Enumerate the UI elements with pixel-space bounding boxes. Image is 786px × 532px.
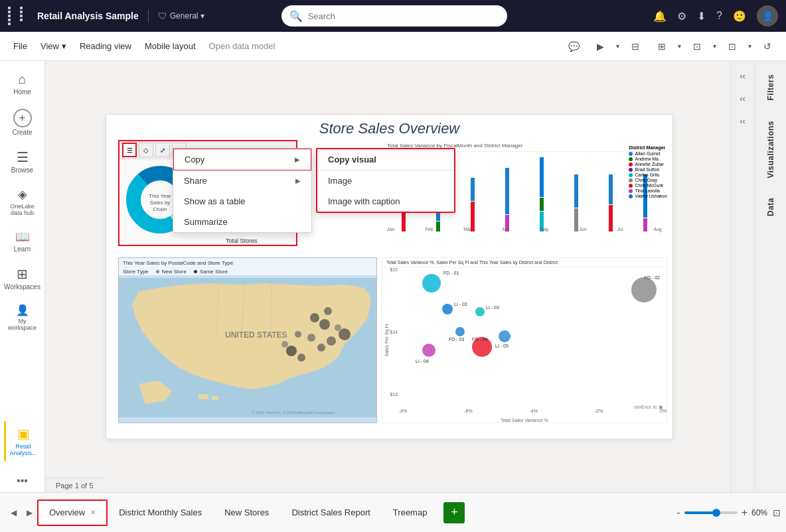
sidebar-item-more[interactable]: ••• (4, 470, 41, 492)
fit-icon[interactable]: ⊡ (722, 36, 743, 57)
svg-text:UNITED STATES: UNITED STATES (225, 330, 287, 340)
scatter-dot-fd02 (631, 277, 657, 302)
visual-expand-btn[interactable]: ⤢ (155, 143, 170, 157)
fit-page-icon[interactable]: ⊡ (773, 507, 781, 518)
sidebar-item-onelake[interactable]: ◈ OneLake data hub (4, 182, 41, 222)
tab-treemap[interactable]: Treemap (382, 499, 439, 526)
svg-rect-7 (198, 394, 208, 399)
context-menu: Copy ▶ Share ▶ Show as a table Summarize (173, 148, 312, 233)
right-panel-labels: Filters Visualizations Data (754, 61, 786, 492)
comment-icon[interactable]: 💬 (563, 36, 584, 57)
sidebar-item-retail[interactable]: ▣ Retail Analysis... (4, 421, 41, 462)
toolbar: File View ▾ Reading view Mobile layout O… (0, 32, 786, 61)
zoom-plus-btn[interactable]: + (742, 507, 747, 519)
svg-text:This Year: This Year (149, 193, 171, 199)
zoom-minus-btn[interactable]: - (676, 507, 680, 519)
svg-point-15 (295, 331, 301, 338)
tab-new-stores[interactable]: New Stores (213, 499, 280, 526)
search-box[interactable]: 🔍 (281, 5, 507, 27)
ctx-share-item[interactable]: Share ▶ (173, 170, 311, 191)
ctx-image-item[interactable]: Image (317, 170, 454, 191)
refresh-icon[interactable]: ↺ (757, 36, 778, 57)
ctx-summarize-item[interactable]: Summarize (173, 212, 311, 232)
ctx-copy-item[interactable]: Copy ▶ (173, 149, 311, 170)
scatter-chart-content: $15 $14 $13 -8% -6% -4% -2% 0% (382, 267, 667, 413)
visualizations-label[interactable]: Visualizations (766, 121, 775, 178)
open-data-model-btn[interactable]: Open data model (204, 38, 281, 54)
ctx-show-table-item[interactable]: Show as a table (173, 191, 311, 212)
browse-icon: ☰ (17, 149, 29, 165)
visual-focus-btn[interactable]: ◇ (139, 143, 153, 157)
help-icon[interactable]: ? (716, 10, 722, 22)
zoom-value: 60% (751, 508, 767, 517)
retail-icon: ▣ (17, 426, 30, 442)
sidebar-item-my-workspace[interactable]: 👤 My workspace (4, 299, 41, 336)
copy-arrow: ▶ (295, 156, 300, 163)
sidebar-item-create[interactable]: + Create (4, 103, 41, 141)
svg-text:© 2023 TomTom, © 2023 Microsof: © 2023 TomTom, © 2023 Microsoft Corporat… (252, 411, 335, 415)
tab-district-sales[interactable]: District Sales Report (280, 499, 381, 526)
top-icons: 🔔 ⚙ ⬇ ? 🙂 👤 (653, 5, 778, 27)
table-view-icon[interactable]: ⊟ (625, 36, 646, 57)
search-input[interactable] (308, 11, 499, 21)
home-icon: ⌂ (18, 72, 26, 87)
settings-icon[interactable]: ⚙ (677, 10, 686, 23)
zoom-thumb[interactable] (712, 509, 720, 517)
reading-view-btn[interactable]: Reading view (74, 38, 137, 54)
main-area: ⌂ Home + Create ☰ Browse ◈ OneLake data … (0, 61, 786, 492)
tab-prev-btn[interactable]: ◀ (5, 505, 21, 521)
canvas-area: Store Sales Overview ☰ ◇ ⤢ ••• (45, 61, 730, 492)
data-label[interactable]: Data (766, 198, 775, 216)
tab-next-btn[interactable]: ▶ (21, 505, 37, 521)
onelake-icon: ◈ (18, 187, 27, 202)
shield-icon: 🛡 (158, 11, 167, 21)
report-canvas: Store Sales Overview ☰ ◇ ⤢ ••• (99, 114, 676, 439)
my-workspace-icon: 👤 (16, 304, 29, 316)
svg-point-16 (310, 313, 319, 322)
share-arrow: ▶ (295, 177, 301, 184)
search-icon: 🔍 (289, 10, 303, 23)
collapse-viz-btn[interactable]: ‹‹ (733, 89, 753, 109)
visual-menu-btn[interactable]: ☰ (122, 143, 137, 157)
view-menu-btn[interactable]: View ▾ (35, 38, 72, 54)
bottom-tabs: ◀ ▶ Overview ✕ District Monthly Sales Ne… (0, 492, 786, 532)
bottom-right: - + 60% ⊡ (676, 507, 781, 519)
page-count: Page 1 of 5 (56, 482, 93, 490)
zoom-track[interactable] (684, 511, 738, 514)
svg-point-13 (339, 328, 351, 340)
sidebar-item-home[interactable]: ⌂ Home (4, 66, 41, 101)
ctx-secondary-header: Copy visual (317, 149, 454, 170)
top-divider (148, 9, 149, 23)
sidebar-item-browse[interactable]: ☰ Browse (4, 144, 41, 179)
collapse-filters-btn[interactable]: ‹‹ (733, 66, 753, 86)
app-title: Retail Analysis Sample (37, 11, 139, 21)
layout-icon[interactable]: ⊡ (686, 36, 708, 57)
file-menu-btn[interactable]: File (8, 38, 33, 54)
map-visual: This Year Sales by PostalCode and Store … (118, 257, 377, 423)
notification-icon[interactable]: 🔔 (653, 10, 667, 23)
feedback-icon[interactable]: 🙂 (733, 10, 746, 23)
svg-point-20 (297, 354, 305, 362)
sensitivity-badge[interactable]: 🛡 General ▾ (158, 11, 205, 21)
bar-chart-legend: District Manager Allan Guinot Andrew Ma … (629, 145, 667, 198)
sidebar-item-workspaces[interactable]: ⊞ Workspaces (4, 261, 41, 296)
filters-label[interactable]: Filters (766, 74, 775, 101)
add-page-btn[interactable]: + (443, 502, 465, 523)
avatar[interactable]: 👤 (757, 5, 778, 27)
visual-grid-icon[interactable]: ⊞ (651, 36, 672, 57)
svg-point-17 (324, 307, 332, 315)
app-grid-icon[interactable] (8, 7, 31, 25)
tab-overview[interactable]: Overview ✕ (37, 499, 108, 526)
workspaces-icon: ⊞ (17, 266, 28, 282)
collapse-data-btn[interactable]: ‹‹ (733, 111, 753, 131)
ctx-image-caption-item[interactable]: Image with caption (317, 191, 454, 212)
tab-district-monthly[interactable]: District Monthly Sales (108, 499, 213, 526)
svg-point-11 (327, 336, 336, 346)
tab-close-icon[interactable]: ✕ (90, 509, 96, 516)
mobile-layout-btn[interactable]: Mobile layout (139, 38, 201, 54)
svg-point-9 (319, 319, 330, 330)
download-icon[interactable]: ⬇ (697, 10, 706, 23)
sidebar-item-learn[interactable]: 📖 Learn (4, 224, 41, 258)
badge-label: General (170, 11, 198, 21)
present-icon[interactable]: ▶ (590, 36, 611, 57)
